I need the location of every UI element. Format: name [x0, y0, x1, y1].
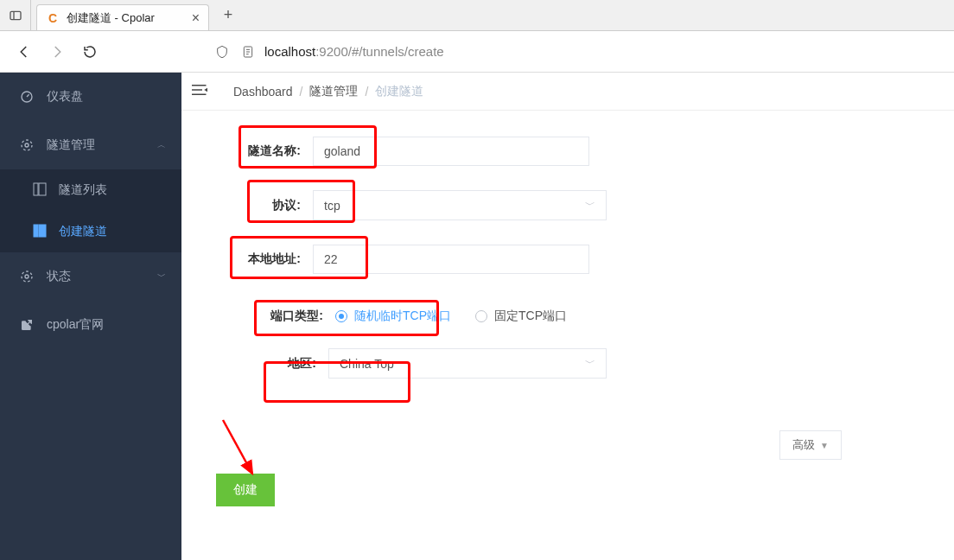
gauge-icon [19, 90, 35, 104]
chevron-down-icon: ﹀ [585, 198, 595, 213]
region-value: China Top [340, 357, 394, 371]
list-icon [33, 182, 47, 199]
sidebar-item-tunnel-create[interactable]: 创建隧道 [0, 211, 181, 252]
tunnel-icon [19, 138, 35, 152]
favicon-icon: C [46, 11, 60, 25]
tunnel-name-label: 隧道名称: [244, 143, 313, 159]
sidebar-item-tunnel-list[interactable]: 隧道列表 [0, 169, 181, 211]
region-select[interactable]: China Top ﹀ [328, 348, 607, 379]
chevron-down-icon: ﹀ [585, 356, 595, 371]
sidebar-item-label: cpolar官网 [47, 317, 104, 333]
svg-point-13 [25, 275, 29, 278]
external-link-icon [19, 318, 35, 332]
advanced-button-label: 高级 [792, 437, 815, 453]
sidebar-item-label: 创建隧道 [59, 224, 107, 239]
port-type-label: 端口类型: [266, 309, 335, 324]
back-button[interactable] [10, 38, 38, 66]
grid-icon [33, 224, 47, 240]
local-addr-input[interactable] [313, 245, 589, 274]
forward-button [43, 38, 71, 66]
svg-rect-0 [10, 11, 21, 19]
protocol-select[interactable]: tcp ﹀ [313, 190, 607, 220]
status-icon [19, 270, 35, 283]
region-label: 地区: [283, 356, 328, 372]
window-sidebar-icon[interactable] [0, 0, 31, 31]
breadcrumb-root[interactable]: Dashboard [233, 85, 293, 99]
radio-label: 随机临时TCP端口 [354, 309, 451, 324]
breadcrumb-mid[interactable]: 隧道管理 [309, 84, 358, 99]
reload-button[interactable] [76, 38, 104, 66]
shield-icon[interactable] [213, 42, 232, 61]
radio-checked-icon [335, 310, 347, 322]
svg-rect-11 [34, 225, 38, 237]
chevron-up-icon: ︿ [157, 139, 166, 151]
sidebar-item-label: 隧道管理 [47, 137, 95, 153]
new-tab-button[interactable]: + [216, 3, 240, 28]
radio-label: 固定TCP端口 [494, 309, 567, 324]
sidebar-item-label: 隧道列表 [59, 182, 107, 198]
port-type-fixed-radio[interactable]: 固定TCP端口 [475, 309, 567, 324]
breadcrumb: Dashboard / 隧道管理 / 创建隧道 [181, 73, 954, 111]
menu-toggle-icon[interactable] [192, 84, 213, 99]
svg-point-8 [22, 140, 32, 150]
sidebar: 仪表盘 隧道管理 ︿ 隧道列表 创建隧道 状态 ﹀ cpolar官网 [0, 73, 181, 560]
close-tab-icon[interactable]: × [192, 10, 200, 26]
chevron-down-icon: ▼ [820, 441, 829, 450]
sidebar-item-label: 仪表盘 [47, 89, 83, 105]
tab-title: 创建隧道 - Cpolar [67, 10, 183, 26]
tunnel-name-input[interactable] [313, 137, 589, 166]
sidebar-item-status[interactable]: 状态 ﹀ [0, 252, 181, 301]
page-info-icon[interactable] [238, 42, 258, 61]
svg-rect-12 [39, 225, 46, 237]
sidebar-item-label: 状态 [47, 269, 71, 284]
create-button[interactable]: 创建 [216, 474, 275, 506]
sidebar-item-dashboard[interactable]: 仪表盘 [0, 73, 181, 121]
svg-line-18 [223, 420, 252, 474]
advanced-button[interactable]: 高级 ▼ [779, 430, 842, 460]
sidebar-item-cpolar-site[interactable]: cpolar官网 [0, 301, 181, 349]
local-addr-label: 本地地址: [244, 251, 313, 267]
browser-tab[interactable]: C 创建隧道 - Cpolar × [36, 4, 209, 30]
svg-rect-10 [39, 183, 46, 195]
url-bar[interactable]: localhost:9200/#/tunnels/create [264, 44, 444, 59]
svg-point-14 [22, 271, 32, 282]
protocol-label: 协议: [268, 198, 313, 213]
radio-unchecked-icon [475, 310, 487, 322]
svg-rect-9 [34, 183, 38, 195]
sidebar-item-tunnel-mgmt[interactable]: 隧道管理 ︿ [0, 121, 181, 169]
protocol-value: tcp [324, 199, 340, 213]
svg-point-7 [25, 143, 29, 147]
breadcrumb-leaf: 创建隧道 [375, 84, 423, 99]
port-type-random-radio[interactable]: 随机临时TCP端口 [335, 309, 451, 324]
chevron-down-icon: ﹀ [157, 270, 166, 283]
